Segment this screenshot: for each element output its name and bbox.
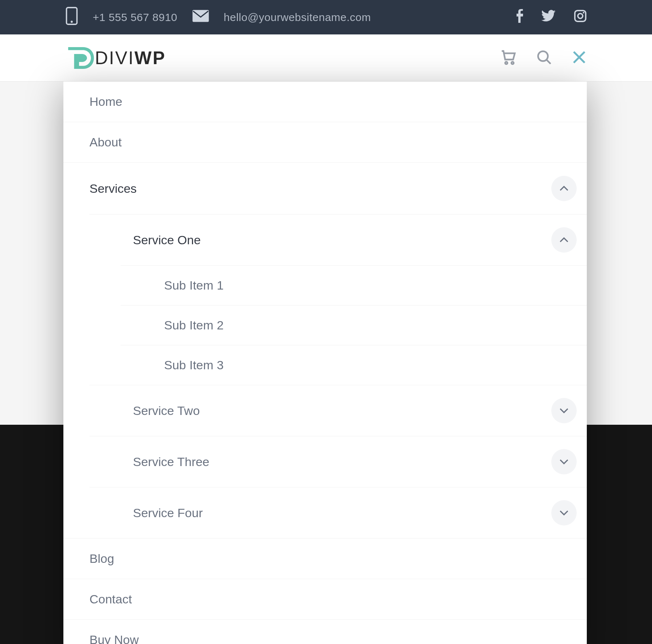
menu-item-home[interactable]: Home	[63, 82, 587, 122]
site-logo[interactable]: DIVIWP	[65, 43, 166, 73]
menu-item-sub-3[interactable]: Sub Item 3	[121, 345, 587, 385]
svg-point-7	[511, 62, 514, 64]
svg-point-8	[538, 51, 548, 61]
mail-icon	[192, 9, 209, 25]
menu-item-service-one[interactable]: Service One	[89, 214, 587, 265]
menu-item-label: Service Two	[133, 404, 551, 418]
menu-item-service-three[interactable]: Service Three	[89, 436, 587, 487]
menu-item-label: Services	[89, 182, 551, 196]
logo-mark-icon	[65, 43, 95, 73]
menu-item-sub-2[interactable]: Sub Item 2	[121, 305, 587, 345]
site-header: DIVIWP	[0, 34, 652, 82]
svg-point-5	[583, 12, 585, 14]
menu-item-label: Service Three	[133, 455, 551, 469]
svg-rect-2	[192, 10, 209, 22]
menu-item-label: Sub Item 2	[164, 318, 577, 332]
menu-item-contact[interactable]: Contact	[63, 579, 587, 619]
menu-item-buy-now[interactable]: Buy Now	[63, 619, 587, 644]
close-icon[interactable]	[572, 50, 587, 66]
search-icon[interactable]	[536, 50, 552, 66]
phone-number[interactable]: +1 555 567 8910	[93, 11, 177, 24]
email-address[interactable]: hello@yourwebsitename.com	[224, 11, 371, 24]
svg-point-4	[578, 13, 583, 18]
facebook-icon[interactable]	[516, 9, 523, 25]
mobile-menu-panel: Home About Services Service One Sub Item…	[63, 82, 587, 644]
phone-icon	[65, 7, 78, 28]
logo-text: DIVIWP	[95, 47, 166, 68]
menu-item-label: Service Four	[133, 506, 551, 520]
menu-item-label: Service One	[133, 233, 551, 247]
chevron-up-icon[interactable]	[551, 227, 577, 253]
menu-item-label: Buy Now	[89, 633, 577, 644]
twitter-icon[interactable]	[541, 10, 556, 25]
chevron-up-icon[interactable]	[551, 176, 577, 201]
menu-item-blog[interactable]: Blog	[63, 538, 587, 579]
svg-point-1	[71, 21, 73, 23]
menu-item-label: Sub Item 1	[164, 278, 577, 292]
chevron-down-icon[interactable]	[551, 398, 577, 423]
chevron-down-icon[interactable]	[551, 500, 577, 525]
menu-item-label: Sub Item 3	[164, 358, 577, 372]
menu-item-label: Home	[89, 95, 577, 109]
instagram-icon[interactable]	[574, 9, 587, 25]
svg-point-6	[505, 62, 507, 64]
menu-item-about[interactable]: About	[63, 122, 587, 162]
menu-item-service-four[interactable]: Service Four	[89, 487, 587, 538]
menu-item-service-two[interactable]: Service Two	[89, 385, 587, 436]
menu-item-label: Blog	[89, 552, 577, 566]
cart-icon[interactable]	[501, 49, 517, 67]
menu-item-services[interactable]: Services	[63, 162, 587, 214]
menu-item-label: About	[89, 135, 577, 149]
menu-item-label: Contact	[89, 592, 577, 606]
chevron-down-icon[interactable]	[551, 449, 577, 474]
menu-item-sub-1[interactable]: Sub Item 1	[121, 265, 587, 305]
topbar: +1 555 567 8910 hello@yourwebsitename.co…	[0, 0, 652, 34]
